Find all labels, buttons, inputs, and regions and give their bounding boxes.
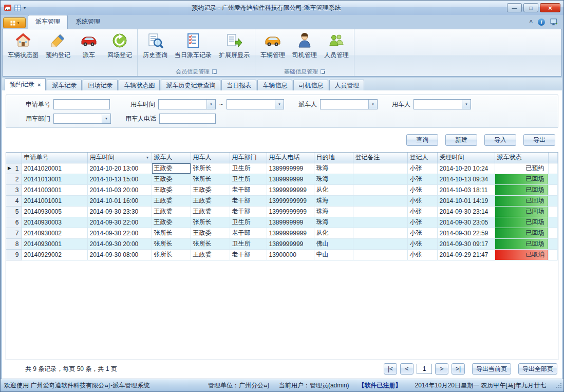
cell-phone[interactable]: 13900000	[267, 249, 314, 260]
table-row[interactable]: 7201409300022014-09-30 22:00张所长王政委老干部139…	[6, 228, 558, 238]
cell-user[interactable]: 张所长	[191, 238, 230, 249]
cell-use-time[interactable]: 2014-09-30 22:00	[87, 217, 152, 228]
cell-remark[interactable]	[353, 195, 407, 206]
table-row[interactable]: 8201409300012014-09-30 20:00张所长张所长卫生所138…	[6, 238, 558, 249]
cell-status[interactable]: 已回场	[495, 174, 548, 184]
cell-department[interactable]: 老干部	[230, 195, 267, 206]
doc-tab-return-records[interactable]: 回场记录	[83, 80, 118, 90]
cell-accept-time[interactable]: 2014-09-29 21:47	[437, 249, 495, 260]
cell-remark[interactable]	[353, 174, 407, 184]
cell-dispatcher[interactable]: 张所长	[152, 249, 191, 260]
last-page-button[interactable]: >|	[452, 363, 465, 375]
cell-destination[interactable]: 珠海	[314, 163, 353, 174]
cell-accept-time[interactable]: 2014-10-01 14:19	[437, 195, 495, 206]
column-header-destination[interactable]: 目的地	[314, 153, 353, 163]
cell-destination[interactable]: 珠海	[314, 195, 353, 206]
cell-use-time[interactable]: 2014-09-30 23:30	[87, 206, 152, 217]
dialog-launcher-icon[interactable]	[321, 69, 325, 74]
cell-dispatcher[interactable]: 王政委	[152, 195, 191, 206]
cell-registrar[interactable]: 小张	[407, 249, 437, 260]
dispatcher-dropdown-icon[interactable]: ▼	[368, 100, 377, 109]
cell-remark[interactable]	[353, 163, 407, 174]
cell-accept-time[interactable]: 2014-09-30 09:17	[437, 238, 495, 249]
ribbon-button-vehicle-status-map[interactable]: 车辆状态图	[4, 30, 42, 64]
cell-phone[interactable]: 1389999999	[267, 174, 314, 184]
cell-use-time[interactable]: 2014-10-13 15:00	[87, 174, 152, 184]
cell-dispatcher[interactable]: 张所长	[152, 228, 191, 238]
cell-accept-time[interactable]: 2014-09-30 23:14	[437, 206, 495, 217]
cell-registrar[interactable]: 小张	[407, 195, 437, 206]
column-header-registrar[interactable]: 登记人	[407, 153, 437, 163]
export-all-pages-button[interactable]: 导出全部页	[518, 363, 557, 375]
close-button[interactable]: ×	[540, 3, 560, 12]
cell-remark[interactable]	[353, 206, 407, 217]
dialog-launcher-icon[interactable]	[212, 69, 217, 74]
resize-grip[interactable]	[556, 382, 562, 390]
cell-dispatcher[interactable]: 王政委	[152, 217, 191, 228]
cell-registrar[interactable]: 小张	[407, 174, 437, 184]
ribbon-button-extended-screen[interactable]: 扩展屏显示	[215, 30, 253, 64]
cell-user[interactable]: 王政委	[191, 249, 230, 260]
ribbon-button-reservation-register[interactable]: 预约登记	[42, 30, 74, 64]
doc-tab-reservation-records[interactable]: 预约记录×	[5, 78, 46, 90]
cell-apply-no[interactable]: 20140930001	[22, 238, 87, 249]
cell-use-time[interactable]: 2014-09-30 22:00	[87, 228, 152, 238]
cell-department[interactable]: 老干部	[230, 184, 267, 195]
minimize-button[interactable]: —	[507, 3, 522, 12]
user-dropdown-icon[interactable]: ▼	[462, 100, 471, 109]
department-dropdown-icon[interactable]: ▼	[102, 114, 110, 123]
cell-phone[interactable]: 13999999999	[267, 184, 314, 195]
cell-use-time[interactable]: 2014-10-01 16:00	[87, 195, 152, 206]
cell-status[interactable]: 已回场	[495, 217, 548, 228]
ribbon-button-personnel-management[interactable]: 人员管理	[321, 30, 352, 64]
cell-apply-no[interactable]: 20141001001	[22, 195, 87, 206]
column-header-remark[interactable]: 登记备注	[353, 153, 407, 163]
cell-phone[interactable]: 1389999999	[267, 238, 314, 249]
cell-accept-time[interactable]: 2014-09-30 22:59	[437, 228, 495, 238]
cell-destination[interactable]: 佛山	[314, 238, 353, 249]
doc-tab-dispatch-records[interactable]: 派车记录	[47, 80, 82, 90]
cell-registrar[interactable]: 小张	[407, 184, 437, 195]
cell-apply-no[interactable]: 20141003001	[22, 184, 87, 195]
grid-view-icon[interactable]	[14, 4, 22, 12]
cell-user[interactable]: 王政委	[191, 184, 230, 195]
cell-registrar[interactable]: 小张	[407, 206, 437, 217]
use-time-to-dropdown-icon[interactable]: ▼	[275, 100, 284, 109]
cell-registrar[interactable]: 小张	[407, 217, 437, 228]
cell-user[interactable]: 王政委	[191, 195, 230, 206]
export-button[interactable]: 导出	[523, 134, 555, 146]
import-button[interactable]: 导入	[484, 134, 516, 146]
close-tab-icon[interactable]: ×	[37, 82, 41, 88]
ribbon-button-dispatch[interactable]: 派车	[74, 30, 104, 64]
cell-status[interactable]: 已取消	[495, 249, 548, 260]
cell-phone[interactable]: 13999999999	[267, 228, 314, 238]
ribbon-tab-system-management[interactable]: 系统管理	[68, 15, 108, 29]
user-input[interactable]	[414, 100, 462, 109]
cell-dispatcher[interactable]: 王政委	[152, 174, 191, 184]
cell-dispatcher[interactable]: 王政委	[152, 163, 191, 174]
license-status-link[interactable]: 【软件已注册】	[359, 381, 402, 390]
cell-accept-time[interactable]: 2014-10-03 18:11	[437, 184, 495, 195]
table-row[interactable]: ▶1201410200012014-10-20 13:00王政委张所长卫生所13…	[6, 163, 558, 174]
table-row[interactable]: 9201409290022014-09-30 08:00张所长王政委老干部139…	[6, 249, 558, 260]
prev-page-button[interactable]: <	[400, 363, 413, 375]
table-row[interactable]: 5201409300052014-09-30 23:30王政委王政委老干部139…	[6, 206, 558, 217]
table-row[interactable]: 4201410010012014-10-01 16:00王政委王政委老干部139…	[6, 195, 558, 206]
ribbon-button-vehicle-management[interactable]: 车辆管理	[257, 30, 289, 64]
info-icon[interactable]: i	[538, 18, 545, 26]
cell-status[interactable]: 已预约	[495, 163, 548, 174]
ribbon-button-driver-management[interactable]: 司机管理	[289, 30, 321, 64]
cell-department[interactable]: 卫生所	[230, 238, 267, 249]
ribbon-button-today-dispatch-records[interactable]: 当日派车记录	[171, 30, 215, 64]
restore-button[interactable]: □	[523, 3, 538, 12]
use-time-from-input[interactable]	[159, 100, 206, 109]
export-current-page-button[interactable]: 导出当前页	[472, 363, 511, 375]
cell-department[interactable]: 卫生所	[230, 174, 267, 184]
cell-phone[interactable]: 1389999999	[267, 217, 314, 228]
department-input[interactable]	[54, 114, 102, 123]
cell-destination[interactable]: 从化	[314, 184, 353, 195]
cell-department[interactable]: 老干部	[230, 249, 267, 260]
table-row[interactable]: 2201410130012014-10-13 15:00王政委张所长卫生所138…	[6, 174, 558, 184]
cell-use-time[interactable]: 2014-10-03 20:00	[87, 184, 152, 195]
cell-department[interactable]: 卫生所	[230, 163, 267, 174]
